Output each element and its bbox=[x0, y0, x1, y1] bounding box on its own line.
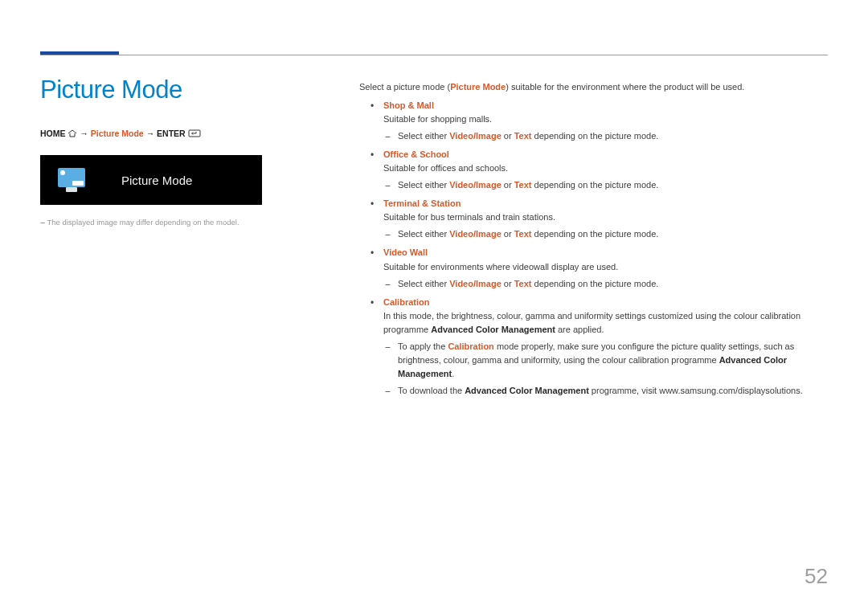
mode-item-videowall: Video Wall Suitable for environments whe… bbox=[359, 246, 827, 290]
breadcrumb-arrow: → bbox=[146, 129, 157, 138]
mode-subnote: Select either Video/Image or Text depend… bbox=[383, 277, 827, 291]
preview-label: Picture Mode bbox=[121, 174, 192, 187]
mode-desc: Suitable for environments where videowal… bbox=[383, 260, 827, 274]
home-icon bbox=[68, 129, 77, 139]
mode-desc: Suitable for bus terminals and train sta… bbox=[383, 210, 827, 224]
mode-item-shop: Shop & Mall Suitable for shopping malls.… bbox=[359, 99, 827, 143]
mode-name: Video Wall bbox=[383, 246, 827, 260]
header-rule bbox=[40, 55, 828, 55]
mode-item-terminal: Terminal & Station Suitable for bus term… bbox=[359, 197, 827, 241]
intro-pre: Select a picture mode ( bbox=[359, 82, 450, 92]
mode-name: Calibration bbox=[383, 296, 827, 309]
note-text: The displayed image may differ depending… bbox=[47, 218, 239, 227]
breadcrumb-enter: ENTER bbox=[157, 129, 186, 138]
mode-desc: In this mode, the brightness, colour, ga… bbox=[383, 309, 827, 337]
page-number: 52 bbox=[805, 564, 828, 589]
preview-tile: Picture Mode bbox=[40, 155, 262, 205]
mode-name: Terminal & Station bbox=[383, 197, 827, 210]
mode-name: Shop & Mall bbox=[383, 99, 827, 112]
left-column: Picture Mode HOME → Picture Mode → ENTER… bbox=[40, 76, 305, 227]
calibration-note-1: To apply the Calibration mode properly, … bbox=[383, 340, 827, 381]
mode-name: Office & School bbox=[383, 148, 827, 161]
calibration-note-2: To download the Advanced Color Managemen… bbox=[383, 384, 827, 398]
page-title: Picture Mode bbox=[40, 76, 305, 104]
mode-item-office: Office & School Suitable for offices and… bbox=[359, 148, 827, 192]
mode-subnote: Select either Video/Image or Text depend… bbox=[383, 129, 827, 143]
mode-subnote: Select either Video/Image or Text depend… bbox=[383, 227, 827, 241]
breadcrumb-home: HOME bbox=[40, 129, 66, 138]
mode-subnote: Select either Video/Image or Text depend… bbox=[383, 178, 827, 192]
breadcrumb-arrow: → bbox=[80, 129, 90, 138]
intro-post: ) suitable for the environment where the… bbox=[506, 82, 744, 92]
intro-highlight: Picture Mode bbox=[450, 82, 506, 92]
image-disclaimer: ‒ The displayed image may differ dependi… bbox=[40, 218, 305, 227]
breadcrumb: HOME → Picture Mode → ENTER bbox=[40, 129, 305, 139]
mode-item-calibration: Calibration In this mode, the brightness… bbox=[359, 296, 827, 398]
mode-list: Shop & Mall Suitable for shopping malls.… bbox=[359, 99, 827, 398]
intro-line: Select a picture mode (Picture Mode) sui… bbox=[359, 80, 827, 94]
right-column: Select a picture mode (Picture Mode) sui… bbox=[359, 80, 827, 403]
mode-desc: Suitable for offices and schools. bbox=[383, 161, 827, 175]
enter-icon bbox=[188, 129, 201, 139]
monitor-icon bbox=[58, 168, 85, 192]
mode-desc: Suitable for shopping malls. bbox=[383, 112, 827, 126]
breadcrumb-current: Picture Mode bbox=[91, 129, 144, 138]
